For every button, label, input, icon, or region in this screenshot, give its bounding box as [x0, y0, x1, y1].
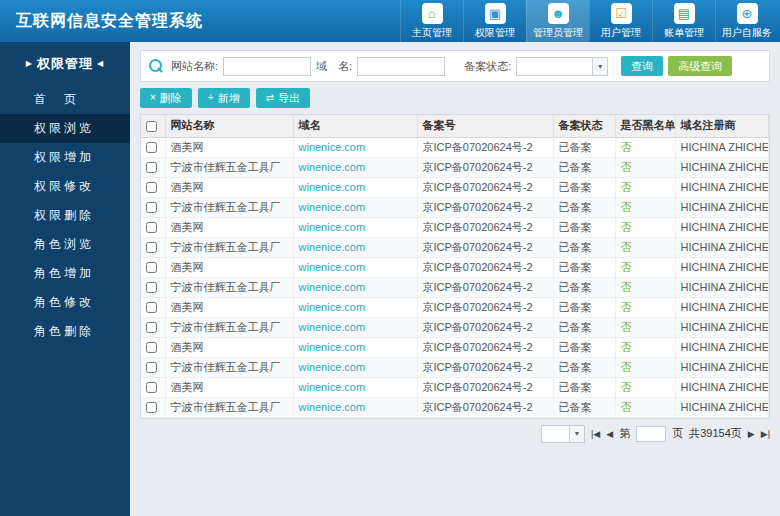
sidebar-item-2[interactable]: 权限浏览 — [0, 114, 130, 143]
cell-record-no: 京ICP备07020624号-2 — [417, 137, 553, 157]
row-checkbox[interactable] — [146, 162, 157, 173]
cell-domain-link[interactable]: winenice.com — [293, 337, 417, 357]
cell-record-no: 京ICP备07020624号-2 — [417, 397, 553, 417]
cell-domain-link[interactable]: winenice.com — [293, 397, 417, 417]
cell-record-no: 京ICP备07020624号-2 — [417, 377, 553, 397]
row-checkbox[interactable] — [146, 262, 157, 273]
nav-item-label: 主页管理 — [412, 26, 452, 40]
sidebar-item-3[interactable]: 权限增加 — [0, 143, 130, 172]
nav-item-label: 用户管理 — [601, 26, 641, 40]
cell-record-status: 已备案 — [553, 377, 615, 397]
add-button[interactable]: + 新增 — [198, 88, 250, 108]
cell-record-no: 京ICP备07020624号-2 — [417, 237, 553, 257]
cell-registrar: HICHINA ZHICHENG TECHNOLOGY — [675, 397, 769, 417]
row-checkbox[interactable] — [146, 342, 157, 353]
nav-item-6[interactable]: ⊕用户自服务 — [715, 0, 778, 42]
cell-record-status: 已备案 — [553, 217, 615, 237]
row-checkbox[interactable] — [146, 282, 157, 293]
cell-site-name: 宁波市佳辉五金工具厂 — [165, 317, 293, 337]
delete-button[interactable]: × 删除 — [140, 88, 192, 108]
row-checkbox[interactable] — [146, 142, 157, 153]
cell-registrar: HICHINA ZHICHENG TECHNOLOGY — [675, 237, 769, 257]
nav-item-3[interactable]: ☻管理员管理 — [526, 0, 589, 42]
cell-domain-link[interactable]: winenice.com — [293, 197, 417, 217]
status-select[interactable]: ▼ — [516, 57, 608, 76]
row-checkbox-cell — [141, 177, 165, 197]
row-checkbox[interactable] — [146, 202, 157, 213]
cell-registrar: HICHINA ZHICHENG TECHNOLOGY — [675, 317, 769, 337]
row-checkbox-cell — [141, 237, 165, 257]
query-button[interactable]: 查询 — [621, 56, 663, 76]
table-row: 酒美网winenice.com京ICP备07020624号-2已备案否HICHI… — [141, 337, 769, 357]
nav-item-label: 管理员管理 — [533, 26, 583, 40]
nav-item-4[interactable]: ☑用户管理 — [589, 0, 652, 42]
cell-record-no: 京ICP备07020624号-2 — [417, 177, 553, 197]
cell-registrar: HICHINA ZHICHENG TECHNOLOGY — [675, 197, 769, 217]
domain-input[interactable] — [357, 57, 445, 76]
table-row: 酒美网winenice.com京ICP备07020624号-2已备案否HICHI… — [141, 297, 769, 317]
nav-item-5[interactable]: ▤账单管理 — [652, 0, 715, 42]
sidebar-item-8[interactable]: 角色修改 — [0, 288, 130, 317]
cell-domain-link[interactable]: winenice.com — [293, 217, 417, 237]
table-row: 宁波市佳辉五金工具厂winenice.com京ICP备07020624号-2已备… — [141, 277, 769, 297]
advanced-query-button[interactable]: 高级查询 — [668, 56, 732, 76]
page-size-select[interactable]: ▼ — [541, 425, 585, 443]
cell-blacklist: 否 — [615, 297, 675, 317]
sidebar-item-4[interactable]: 权限修改 — [0, 172, 130, 201]
cell-blacklist: 否 — [615, 237, 675, 257]
row-checkbox[interactable] — [146, 362, 157, 373]
cell-domain-link[interactable]: winenice.com — [293, 257, 417, 277]
row-checkbox[interactable] — [146, 322, 157, 333]
prev-page-icon[interactable]: ◀ — [606, 429, 613, 439]
cell-domain-link[interactable]: winenice.com — [293, 317, 417, 337]
cell-registrar: HICHINA ZHICHENG TECHNOLOGY — [675, 377, 769, 397]
row-checkbox-cell — [141, 157, 165, 177]
page-number-input[interactable] — [636, 426, 666, 442]
sidebar-item-6[interactable]: 角色浏览 — [0, 230, 130, 259]
nav-item-1[interactable]: ⌂主页管理 — [400, 0, 463, 42]
select-all-checkbox[interactable] — [146, 121, 157, 132]
row-checkbox[interactable] — [146, 402, 157, 413]
chevron-down-icon: ▼ — [592, 58, 607, 75]
pagination: ▼ |◀ ◀ 第 页 共39154页 ▶ ▶| — [140, 425, 770, 443]
sidebar-item-5[interactable]: 权限删除 — [0, 201, 130, 230]
site-name-input[interactable] — [223, 57, 311, 76]
search-panel: 网站名称: 域 名: 备案状态: ▼ 查询 高级查询 — [140, 50, 770, 82]
row-checkbox[interactable] — [146, 382, 157, 393]
cell-domain-link[interactable]: winenice.com — [293, 237, 417, 257]
nav-item-2[interactable]: ▣权限管理 — [463, 0, 526, 42]
cell-domain-link[interactable]: winenice.com — [293, 137, 417, 157]
cell-record-status: 已备案 — [553, 157, 615, 177]
cell-domain-link[interactable]: winenice.com — [293, 157, 417, 177]
table-row: 宁波市佳辉五金工具厂winenice.com京ICP备07020624号-2已备… — [141, 237, 769, 257]
row-checkbox[interactable] — [146, 242, 157, 253]
cell-blacklist: 否 — [615, 277, 675, 297]
row-checkbox-cell — [141, 297, 165, 317]
column-header: 备案状态 — [553, 115, 615, 137]
cell-domain-link[interactable]: winenice.com — [293, 297, 417, 317]
row-checkbox[interactable] — [146, 222, 157, 233]
next-page-icon[interactable]: ▶ — [748, 429, 755, 439]
column-header: 是否黑名单 — [615, 115, 675, 137]
cell-domain-link[interactable]: winenice.com — [293, 377, 417, 397]
sidebar: ▶权限管理◀ 首 页权限浏览权限增加权限修改权限删除角色浏览角色增加角色修改角色… — [0, 42, 130, 516]
last-page-icon[interactable]: ▶| — [761, 429, 770, 439]
cell-site-name: 酒美网 — [165, 137, 293, 157]
first-page-icon[interactable]: |◀ — [591, 429, 600, 439]
sidebar-item-7[interactable]: 角色增加 — [0, 259, 130, 288]
home-icon: ⌂ — [422, 3, 443, 24]
row-checkbox-cell — [141, 137, 165, 157]
row-checkbox[interactable] — [146, 302, 157, 313]
cell-site-name: 酒美网 — [165, 217, 293, 237]
export-button[interactable]: ⇄ 导出 — [256, 88, 310, 108]
cell-domain-link[interactable]: winenice.com — [293, 277, 417, 297]
page-suffix: 页 — [672, 426, 683, 441]
cell-site-name: 宁波市佳辉五金工具厂 — [165, 277, 293, 297]
cell-domain-link[interactable]: winenice.com — [293, 357, 417, 377]
sidebar-item-9[interactable]: 角色删除 — [0, 317, 130, 346]
cell-registrar: HICHINA ZHICHENG TECHNOLOGY — [675, 137, 769, 157]
cell-domain-link[interactable]: winenice.com — [293, 177, 417, 197]
sidebar-item-1[interactable]: 首 页 — [0, 85, 130, 114]
row-checkbox[interactable] — [146, 182, 157, 193]
cell-registrar: HICHINA ZHICHENG TECHNOLOGY — [675, 217, 769, 237]
